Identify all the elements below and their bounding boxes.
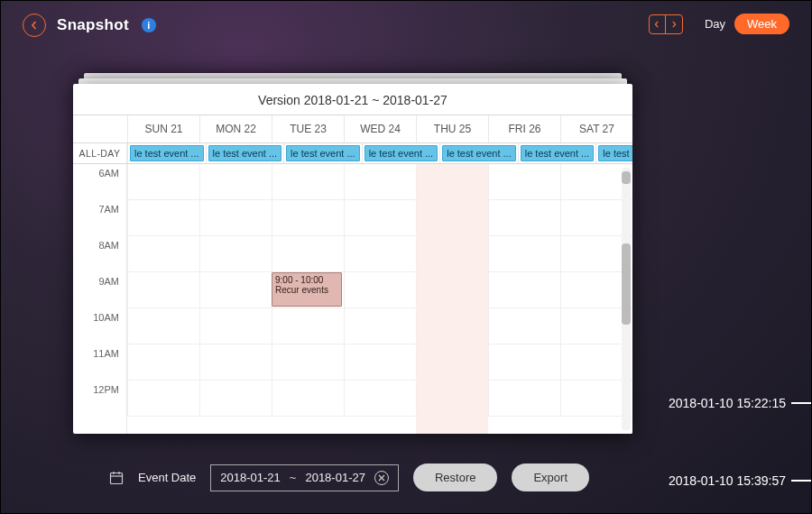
view-day-button[interactable]: Day bbox=[696, 14, 734, 34]
allday-event[interactable]: le test event ... bbox=[130, 145, 204, 161]
date-start: 2018-01-21 bbox=[220, 471, 281, 484]
back-button[interactable] bbox=[23, 14, 46, 37]
day-header[interactable]: MON 22 bbox=[199, 115, 272, 142]
allday-event[interactable]: le test event ... bbox=[442, 145, 516, 161]
info-icon[interactable]: i bbox=[142, 18, 156, 32]
allday-event[interactable]: le test event ... bbox=[598, 145, 632, 161]
day-header[interactable]: WED 24 bbox=[344, 115, 416, 142]
time-grid[interactable]: 9:00 - 10:00Recur events bbox=[127, 164, 632, 434]
allday-event[interactable]: le test event ... bbox=[521, 145, 595, 161]
day-header[interactable]: TUE 23 bbox=[272, 115, 344, 142]
day-header[interactable]: THU 25 bbox=[416, 115, 488, 142]
date-end: 2018-01-27 bbox=[305, 471, 365, 484]
timeline-timestamp[interactable]: 2018-01-10 15:39:57 bbox=[669, 473, 811, 488]
snapshot-card: Version 2018-01-21 ~ 2018-01-27 SUN 21 M… bbox=[73, 84, 632, 434]
footer-bar: Event Date 2018-01-21 ~ 2018-01-27 Resto… bbox=[109, 464, 589, 491]
view-toggle: Day Week bbox=[696, 14, 789, 34]
allday-row: ALL-DAY le test event ... le test event … bbox=[73, 143, 632, 164]
scroll-arrow-up[interactable] bbox=[622, 171, 631, 184]
scroll-thumb[interactable] bbox=[622, 243, 631, 325]
chevron-left-icon bbox=[653, 21, 660, 28]
allday-event[interactable]: le test event ... bbox=[364, 145, 438, 161]
event-time: 9:00 - 10:00 bbox=[275, 275, 338, 285]
restore-button[interactable]: Restore bbox=[413, 464, 498, 491]
time-gutter: 6AM 7AM 8AM 9AM 10AM 11AM 12PM bbox=[73, 164, 127, 434]
day-header-row: SUN 21 MON 22 TUE 23 WED 24 THU 25 FRI 2… bbox=[73, 115, 632, 143]
time-label: 12PM bbox=[73, 384, 126, 420]
version-label: Version 2018-01-21 ~ 2018-01-27 bbox=[73, 84, 632, 115]
calendar-icon bbox=[109, 471, 124, 485]
svg-rect-0 bbox=[111, 473, 123, 483]
page-title: Snapshot bbox=[57, 16, 129, 34]
next-week-button[interactable] bbox=[666, 15, 682, 33]
event-date-label: Event Date bbox=[138, 471, 196, 484]
close-icon bbox=[378, 474, 385, 482]
time-label: 9AM bbox=[73, 276, 126, 312]
allday-event[interactable]: le test event ... bbox=[286, 145, 360, 161]
time-label: 6AM bbox=[73, 168, 126, 204]
time-label: 8AM bbox=[73, 240, 126, 276]
timeline-tick bbox=[791, 402, 811, 404]
timeline-tick bbox=[791, 480, 811, 482]
scrollbar[interactable] bbox=[622, 168, 631, 430]
header-corner bbox=[73, 115, 127, 142]
clear-date-button[interactable] bbox=[374, 471, 389, 485]
chevron-left-icon bbox=[30, 21, 39, 30]
allday-event[interactable]: le test event ... bbox=[208, 145, 282, 161]
time-label: 7AM bbox=[73, 204, 126, 240]
allday-label: ALL-DAY bbox=[73, 143, 127, 163]
week-nav bbox=[649, 14, 683, 34]
chevron-right-icon bbox=[670, 21, 678, 28]
day-header[interactable]: SUN 21 bbox=[127, 115, 199, 142]
export-button[interactable]: Export bbox=[512, 464, 589, 491]
date-range-input[interactable]: 2018-01-21 ~ 2018-01-27 bbox=[210, 464, 399, 491]
today-highlight bbox=[416, 164, 488, 434]
calendar-event[interactable]: 9:00 - 10:00Recur events bbox=[272, 272, 342, 307]
event-title: Recur events bbox=[275, 285, 338, 295]
time-label: 10AM bbox=[73, 312, 126, 348]
timeline-timestamp[interactable]: 2018-01-10 15:22:15 bbox=[669, 396, 811, 410]
view-week-button[interactable]: Week bbox=[734, 14, 789, 34]
day-header[interactable]: FRI 26 bbox=[488, 115, 560, 142]
day-header[interactable]: SAT 27 bbox=[560, 115, 632, 142]
prev-week-button[interactable] bbox=[650, 15, 666, 33]
time-label: 11AM bbox=[73, 348, 126, 384]
date-sep: ~ bbox=[290, 471, 297, 484]
